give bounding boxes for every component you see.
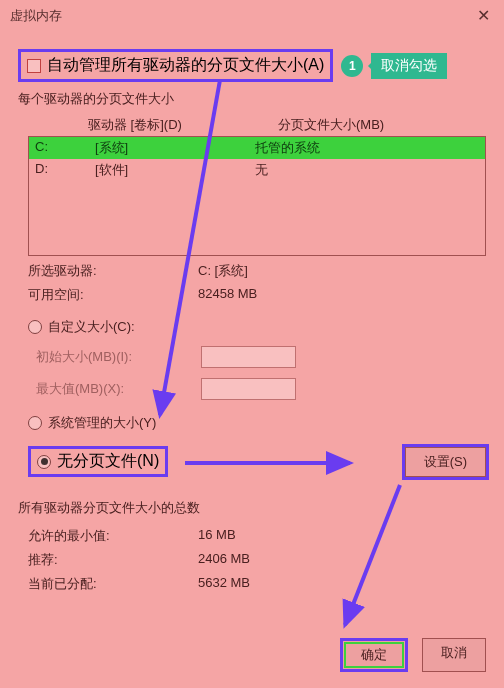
rec-value: 2406 MB — [198, 551, 486, 569]
cancel-button[interactable]: 取消 — [422, 638, 486, 672]
window-title: 虚拟内存 — [10, 7, 62, 25]
initial-size-label: 初始大小(MB)(I): — [36, 348, 201, 366]
close-icon[interactable]: ✕ — [471, 6, 496, 25]
annotation-tip: 取消勾选 — [371, 53, 447, 79]
drives-list[interactable]: C:[系统]托管的系统D:[软件]无 — [28, 136, 486, 256]
drive-row[interactable]: C:[系统]托管的系统 — [29, 137, 485, 159]
drive-row[interactable]: D:[软件]无 — [29, 159, 485, 181]
set-button[interactable]: 设置(S) — [405, 447, 486, 477]
free-space-key: 可用空间: — [28, 286, 198, 304]
cur-key: 当前已分配: — [28, 575, 198, 593]
col-header-size: 分页文件大小(MB) — [278, 116, 486, 134]
ok-button[interactable]: 确定 — [340, 638, 408, 672]
radio-system-label: 系统管理的大小(Y) — [48, 414, 156, 432]
rec-key: 推荐: — [28, 551, 198, 569]
max-size-input[interactable] — [201, 378, 296, 400]
auto-manage-label: 自动管理所有驱动器的分页文件大小(A) — [47, 55, 324, 76]
radio-custom-size[interactable]: 自定义大小(C): — [28, 318, 486, 336]
selected-drive-value: C: [系统] — [198, 262, 486, 280]
max-size-label: 最大值(MB)(X): — [36, 380, 201, 398]
radio-system-managed[interactable]: 系统管理的大小(Y) — [28, 414, 486, 432]
min-key: 允许的最小值: — [28, 527, 198, 545]
min-value: 16 MB — [198, 527, 486, 545]
initial-size-input[interactable] — [201, 346, 296, 368]
radio-icon — [28, 320, 42, 334]
annotation-badge-1: 1 — [341, 55, 363, 77]
col-header-drive: 驱动器 [卷标](D) — [88, 116, 278, 134]
totals-label: 所有驱动器分页文件大小的总数 — [18, 499, 486, 517]
radio-icon — [28, 416, 42, 430]
checkbox-icon — [27, 59, 41, 73]
selected-drive-key: 所选驱动器: — [28, 262, 198, 280]
free-space-value: 82458 MB — [198, 286, 486, 304]
per-drive-label: 每个驱动器的分页文件大小 — [18, 90, 486, 108]
cur-value: 5632 MB — [198, 575, 486, 593]
radio-icon — [37, 455, 51, 469]
radio-none-label: 无分页文件(N) — [57, 451, 159, 472]
radio-custom-label: 自定义大小(C): — [48, 318, 135, 336]
radio-no-paging-file[interactable]: 无分页文件(N) — [28, 446, 168, 477]
auto-manage-checkbox-group[interactable]: 自动管理所有驱动器的分页文件大小(A) — [18, 49, 333, 82]
